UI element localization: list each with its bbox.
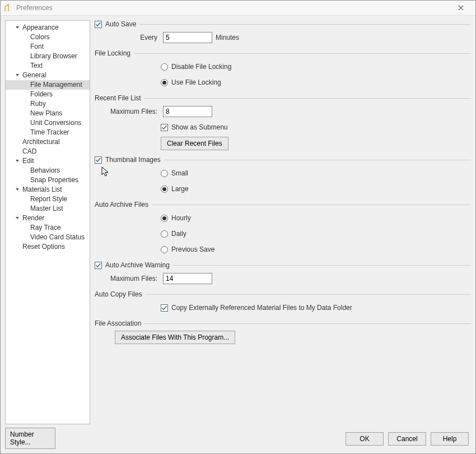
section-recent-files: Recent File List Maximum Files: Show bbox=[95, 94, 471, 150]
thumbnail-small-radio[interactable] bbox=[161, 170, 168, 177]
tree-item-label: Edit bbox=[21, 156, 34, 166]
archive-hourly-radio[interactable] bbox=[161, 215, 168, 222]
section-file-association: File Association Associate Files With Th… bbox=[95, 319, 471, 344]
tree-item[interactable]: Unit Conversions bbox=[6, 118, 90, 128]
option-label: Show as Submenu bbox=[171, 123, 228, 131]
section-title: Auto Archive Warning bbox=[105, 261, 170, 269]
tree-item-label: Materials List bbox=[21, 185, 62, 194]
file-management-panel: Auto Save Every Minutes File Locki bbox=[95, 20, 471, 429]
expand-icon[interactable] bbox=[13, 23, 21, 33]
show-as-submenu-checkbox[interactable] bbox=[161, 124, 168, 131]
tree-item[interactable]: Edit bbox=[6, 156, 90, 166]
tree-item-label: Font bbox=[29, 42, 44, 52]
tree-item-label: File Management bbox=[29, 80, 82, 90]
auto-archive-warning-checkbox[interactable] bbox=[95, 262, 102, 269]
rule bbox=[173, 265, 471, 266]
cancel-button[interactable]: Cancel bbox=[388, 432, 426, 446]
archive-daily-radio[interactable] bbox=[161, 230, 168, 238]
option-label: Large bbox=[171, 185, 189, 193]
copy-external-materials-checkbox[interactable] bbox=[161, 304, 168, 312]
tree-item-label: Behaviors bbox=[29, 166, 60, 175]
sidebar: AppearanceColorsFontLibrary BrowserTextG… bbox=[5, 20, 90, 449]
tree-item[interactable]: Time Tracker bbox=[6, 128, 90, 137]
auto-save-minutes-input[interactable] bbox=[163, 32, 212, 43]
tree-item[interactable]: General bbox=[6, 71, 90, 80]
thumbnail-large-radio[interactable] bbox=[161, 186, 168, 193]
close-icon[interactable] bbox=[450, 3, 472, 12]
preferences-window: Preferences AppearanceColorsFontLibrary … bbox=[0, 0, 476, 454]
tree-item[interactable]: File Management bbox=[6, 80, 90, 90]
tree-item-label: Video Card Status bbox=[29, 233, 85, 242]
tree-item[interactable]: New Plans bbox=[6, 109, 90, 118]
section-auto-archive-warning: Auto Archive Warning Maximum Files: bbox=[95, 261, 471, 285]
tree-item[interactable]: Ray Trace bbox=[6, 223, 90, 233]
dialog-footer: OK Cancel Help bbox=[95, 429, 471, 449]
thumbnail-images-checkbox[interactable] bbox=[95, 156, 102, 164]
associate-files-button[interactable]: Associate Files With This Program... bbox=[115, 331, 235, 344]
app-icon bbox=[4, 3, 13, 12]
use-file-locking-radio[interactable] bbox=[161, 79, 168, 86]
rule bbox=[134, 53, 471, 54]
help-button[interactable]: Help bbox=[431, 432, 469, 446]
rule bbox=[139, 24, 471, 25]
tree-item-label: CAD bbox=[21, 147, 36, 156]
tree-item-label: Report Style bbox=[29, 194, 67, 204]
expand-icon[interactable] bbox=[13, 156, 21, 166]
section-auto-archive: Auto Archive Files Hourly Daily bbox=[95, 201, 471, 256]
tree-item[interactable]: Architectural bbox=[6, 137, 90, 147]
section-file-locking: File Locking Disable File Locking Use Fi… bbox=[95, 49, 471, 89]
window-title: Preferences bbox=[16, 4, 450, 12]
tree-item-label: Reset Options bbox=[21, 242, 65, 252]
tree-item-label: Folders bbox=[29, 90, 53, 99]
option-label: Disable File Locking bbox=[171, 63, 231, 71]
tree-item[interactable]: Colors bbox=[6, 33, 90, 42]
tree-item-label: Ray Trace bbox=[29, 223, 61, 233]
titlebar: Preferences bbox=[1, 1, 475, 16]
tree-item-label: Render bbox=[21, 214, 44, 223]
clear-recent-files-button[interactable]: Clear Recent Files bbox=[161, 137, 228, 150]
tree-item[interactable]: Master List bbox=[6, 204, 90, 214]
expand-icon[interactable] bbox=[13, 71, 21, 80]
ok-button[interactable]: OK bbox=[346, 432, 384, 446]
tree-item[interactable]: Snap Properties bbox=[6, 175, 90, 185]
rule bbox=[144, 98, 471, 99]
tree-item-label: Snap Properties bbox=[29, 175, 78, 185]
tree-item[interactable]: Folders bbox=[6, 90, 90, 99]
rule bbox=[164, 160, 471, 160]
tree-item[interactable]: Report Style bbox=[6, 194, 90, 204]
expand-icon[interactable] bbox=[13, 214, 21, 223]
preferences-tree[interactable]: AppearanceColorsFontLibrary BrowserTextG… bbox=[5, 20, 90, 424]
section-title: Auto Save bbox=[105, 20, 136, 28]
section-title: File Locking bbox=[95, 49, 130, 57]
tree-item[interactable]: Behaviors bbox=[6, 166, 90, 175]
tree-item[interactable]: Reset Options bbox=[6, 242, 90, 252]
archive-max-files-input[interactable] bbox=[163, 273, 212, 284]
tree-item[interactable]: Video Card Status bbox=[6, 233, 90, 242]
option-label: Copy Externally Referenced Material File… bbox=[171, 304, 352, 312]
tree-item[interactable]: Ruby bbox=[6, 99, 90, 109]
tree-item-label: General bbox=[21, 71, 46, 80]
section-title: Thumbnail Images bbox=[105, 156, 161, 164]
disable-file-locking-radio[interactable] bbox=[161, 63, 168, 71]
tree-item-label: Architectural bbox=[21, 137, 60, 147]
recent-max-files-input[interactable] bbox=[163, 106, 212, 117]
tree-item-label: Ruby bbox=[29, 99, 46, 109]
tree-item[interactable]: Font bbox=[6, 42, 90, 52]
number-style-button[interactable]: Number Style... bbox=[5, 428, 55, 449]
section-title: File Association bbox=[95, 319, 141, 327]
tree-item[interactable]: Render bbox=[6, 214, 90, 223]
tree-item[interactable]: Text bbox=[6, 61, 90, 71]
tree-item[interactable]: CAD bbox=[6, 147, 90, 156]
expand-icon[interactable] bbox=[13, 185, 21, 194]
tree-item-label: Library Browser bbox=[29, 52, 77, 61]
tree-item[interactable]: Library Browser bbox=[6, 52, 90, 61]
tree-item-label: Time Tracker bbox=[29, 128, 69, 137]
option-label: Previous Save bbox=[171, 245, 214, 253]
auto-save-checkbox[interactable] bbox=[95, 21, 102, 28]
tree-item[interactable]: Appearance bbox=[6, 23, 90, 33]
option-label: Small bbox=[171, 169, 188, 177]
max-files-label: Maximum Files: bbox=[95, 108, 160, 115]
tree-item[interactable]: Materials List bbox=[6, 185, 90, 194]
section-auto-save: Auto Save Every Minutes bbox=[95, 20, 471, 44]
archive-previous-save-radio[interactable] bbox=[161, 246, 168, 253]
